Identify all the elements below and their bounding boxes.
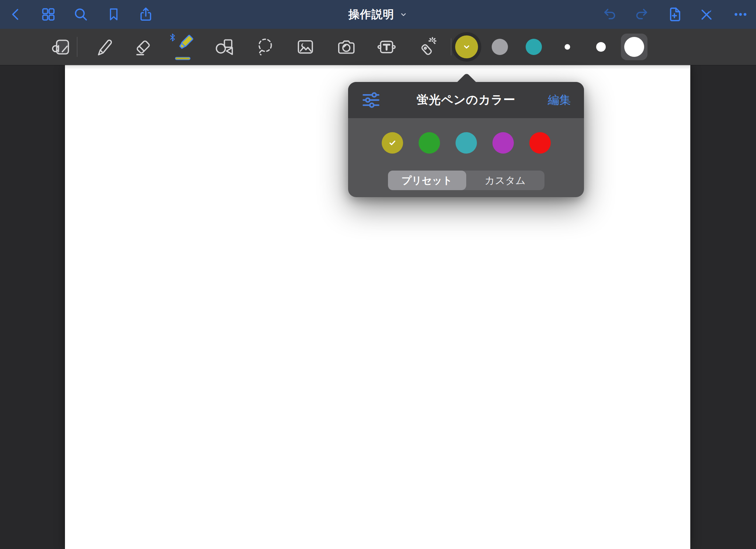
preset-color-swatch-teal[interactable] — [456, 132, 477, 154]
search-button[interactable] — [73, 7, 89, 22]
page-mode-icon — [50, 36, 72, 58]
current-color-swatch — [455, 35, 478, 58]
popover-body: プリセット カスタム — [348, 118, 584, 197]
pen-icon — [93, 36, 114, 58]
redo-icon — [634, 7, 649, 22]
popover-title: 蛍光ペンのカラー — [417, 92, 516, 108]
stroke-size-large-dot — [624, 37, 644, 57]
swatch-chevron-down-icon — [462, 42, 471, 51]
more-button[interactable] — [733, 7, 748, 22]
color-swatch-row — [348, 118, 584, 154]
toolbar-divider — [77, 37, 78, 57]
highlighter-color-popover: 蛍光ペンのカラー 編集 プリセット カスタム — [348, 82, 584, 197]
color-swatch-teal[interactable] — [526, 39, 542, 55]
lasso-tool-button[interactable] — [254, 36, 276, 58]
page-title: 操作説明 — [348, 7, 394, 22]
notes-app: 操作説明 — [0, 0, 756, 549]
text-icon — [376, 36, 397, 58]
document-title[interactable]: 操作説明 — [348, 7, 408, 22]
current-color-button[interactable] — [452, 32, 481, 62]
search-icon — [73, 7, 89, 22]
redo-button[interactable] — [634, 7, 649, 22]
undo-button[interactable] — [602, 7, 618, 22]
navigation-bar: 操作説明 — [0, 0, 756, 29]
segment-custom[interactable]: カスタム — [466, 171, 544, 190]
page-mode-button[interactable] — [50, 36, 72, 58]
undo-icon — [602, 7, 618, 22]
stylus-toggle-button[interactable] — [699, 7, 714, 22]
camera-icon — [336, 36, 357, 58]
stroke-size-large[interactable] — [621, 34, 647, 60]
segment-preset[interactable]: プリセット — [388, 171, 466, 190]
laser-pointer-icon — [416, 36, 438, 58]
back-chevron-icon — [8, 7, 23, 22]
tool-bar — [0, 29, 756, 65]
shapes-tool-button[interactable] — [213, 36, 234, 58]
eraser-tool-button[interactable] — [133, 36, 154, 58]
laser-pointer-tool-button[interactable] — [416, 36, 438, 58]
stroke-size-medium[interactable] — [596, 42, 606, 52]
eraser-icon — [133, 36, 154, 58]
preset-color-swatch-green[interactable] — [419, 132, 440, 154]
camera-tool-button[interactable] — [336, 36, 357, 58]
shapes-icon — [213, 36, 234, 58]
color-swatch-gray[interactable] — [492, 39, 508, 55]
image-icon — [295, 36, 316, 58]
thumbnails-button[interactable] — [41, 7, 56, 22]
lasso-icon — [254, 36, 276, 58]
bookmark-icon — [106, 7, 121, 22]
check-icon — [387, 138, 398, 148]
edit-colors-button[interactable]: 編集 — [548, 92, 571, 108]
preset-color-swatch-purple[interactable] — [492, 132, 514, 154]
preset-color-swatch-red[interactable] — [529, 132, 551, 154]
highlighter-icon — [169, 32, 196, 62]
ellipsis-icon — [733, 7, 748, 22]
bookmark-button[interactable] — [106, 7, 121, 22]
back-button[interactable] — [8, 7, 23, 22]
bluetooth-icon — [171, 34, 175, 41]
add-page-button[interactable] — [666, 6, 683, 23]
thumbnails-grid-icon — [41, 7, 56, 22]
add-page-icon — [666, 6, 683, 23]
pen-tool-button[interactable] — [93, 36, 114, 58]
highlighter-tool-button[interactable] — [169, 32, 196, 62]
share-icon — [138, 7, 154, 22]
preset-color-swatch-yellow[interactable] — [382, 132, 403, 154]
preset-custom-segmented-control: プリセット カスタム — [388, 171, 544, 190]
text-tool-button[interactable] — [376, 36, 397, 58]
share-button[interactable] — [138, 7, 154, 22]
image-tool-button[interactable] — [295, 36, 316, 58]
popover-header: 蛍光ペンのカラー 編集 — [348, 82, 584, 118]
title-chevron-down-icon — [399, 10, 408, 18]
stroke-size-small[interactable] — [565, 44, 570, 50]
sliders-icon[interactable] — [361, 90, 381, 110]
toolbar-divider — [451, 38, 451, 55]
stylus-cross-icon — [699, 7, 714, 22]
